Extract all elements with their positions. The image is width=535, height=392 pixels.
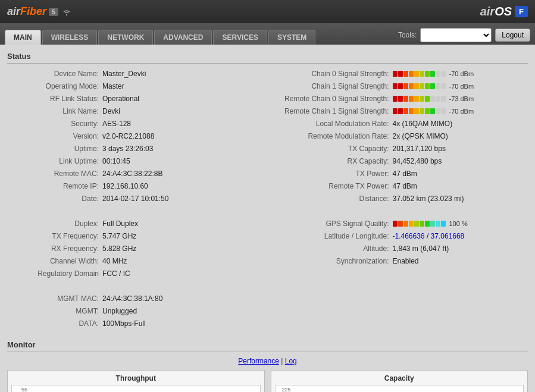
status-row: Operating Mode: Master: [7, 81, 262, 92]
signal-dbm-value: -70 dBm: [449, 83, 474, 90]
monitor-section-title: Monitor: [7, 338, 528, 352]
field-value-security: AES-128: [102, 120, 131, 128]
signal-dbm-value: -70 dBm: [449, 108, 474, 115]
field-label: TX Power:: [274, 170, 393, 178]
field-value-tx-freq: 5.747 GHz: [102, 232, 136, 240]
signal-segment: [441, 108, 446, 114]
field-label: Distance:: [274, 195, 393, 203]
signal-segment: [420, 83, 424, 89]
signal-segment: [414, 71, 419, 77]
field-label: Channel Width:: [7, 257, 102, 265]
field-value-remote-ip: 192.168.10.60: [102, 182, 148, 190]
throughput-chart-area: 55 50 45 40 35 30: [11, 385, 261, 392]
signal-segment: [420, 221, 424, 227]
status-spacer: [7, 206, 262, 217]
tools-select[interactable]: [420, 28, 492, 42]
performance-link[interactable]: Performance: [238, 357, 279, 365]
signal-segment: [441, 221, 446, 227]
signal-segment: [425, 83, 430, 89]
logout-button[interactable]: Logout: [495, 29, 530, 42]
throughput-chart: Throughput 55 50 45 40 35 30: [7, 370, 265, 392]
status-row: TX Power: 47 dBm: [274, 168, 528, 179]
tab-system[interactable]: SYSTEM: [268, 30, 315, 45]
field-value-rf-link-status: Operational: [102, 95, 139, 103]
signal-segments: [393, 96, 446, 102]
field-value-distance: 37.052 km (23.023 mi): [393, 195, 464, 203]
charts-row: Throughput 55 50 45 40 35 30: [7, 370, 528, 392]
field-label: Operating Mode:: [7, 82, 102, 90]
throughput-chart-inner: [29, 385, 260, 392]
field-value-rx-cap: 94,452,480 bps: [393, 157, 442, 165]
signal-segment: [425, 71, 430, 77]
status-spacer: [7, 281, 262, 291]
status-section-title: Status: [7, 49, 528, 64]
logo-airfiber: airFiber 5: [7, 5, 71, 18]
field-value-date: 2014-02-17 10:01:50: [102, 195, 168, 203]
signal-segment: [409, 96, 414, 102]
signal-segment: [430, 221, 435, 227]
field-value-device-name: Master_Devki: [102, 70, 146, 78]
signal-segment: [420, 108, 424, 114]
signal-bar-chain0: -70 dBm: [393, 70, 474, 77]
status-row-rem-chain0: Remote Chain 0 Signal Strength: -73 dBm: [274, 93, 528, 104]
signal-segment: [420, 71, 424, 77]
status-row: Distance: 37.052 km (23.023 mi): [274, 193, 528, 204]
status-row: Remote IP: 192.168.10.60: [7, 181, 262, 192]
status-row: Uptime: 3 days 23:26:03: [7, 143, 262, 154]
tab-wireless[interactable]: WIRELESS: [42, 30, 98, 45]
signal-segment: [430, 71, 435, 77]
signal-segment: [398, 221, 403, 227]
field-label: MGMT:: [7, 307, 102, 315]
status-row-rem-chain1: Remote Chain 1 Signal Strength: -70 dBm: [274, 106, 528, 117]
signal-segment: [414, 221, 419, 227]
field-label: Chain 0 Signal Strength:: [274, 70, 393, 78]
field-label: Remote Modulation Rate:: [274, 132, 393, 140]
field-label: Date:: [7, 195, 102, 203]
status-spacer: [274, 206, 528, 217]
signal-segment: [436, 221, 440, 227]
signal-segment: [436, 108, 440, 114]
status-row: MGMT: Unplugged: [7, 306, 262, 316]
signal-segment: [430, 108, 435, 114]
log-link[interactable]: Log: [285, 357, 297, 365]
status-row: Channel Width: 40 MHz: [7, 256, 262, 266]
field-value-link-uptime: 00:10:45: [102, 157, 130, 165]
field-label: MGMT MAC:: [7, 294, 102, 303]
f-badge: F: [515, 6, 528, 17]
gps-value: 100 %: [449, 220, 468, 227]
status-row: Device Name: Master_Devki: [7, 68, 262, 79]
signal-dbm-value: -73 dBm: [449, 95, 474, 102]
signal-segment: [414, 83, 419, 89]
signal-segments: [393, 108, 446, 114]
field-value-version: v2.0-RC2.21088: [102, 132, 154, 140]
tab-main[interactable]: MAIN: [5, 30, 41, 45]
link-separator: |: [279, 357, 285, 365]
field-label: Link Uptime:: [7, 157, 102, 165]
capacity-chart-title: Capacity: [275, 374, 524, 382]
signal-segment: [409, 108, 414, 114]
field-label: TX Capacity:: [274, 145, 393, 153]
signal-bar-chain1: -70 dBm: [393, 83, 474, 90]
monitor-section: Monitor Performance | Log Throughput 55 …: [7, 338, 528, 392]
signal-segment: [403, 83, 408, 89]
signal-segment: [398, 83, 403, 89]
y-label: 225: [277, 387, 291, 392]
field-label: Link Name:: [7, 107, 102, 115]
status-row: Security: AES-128: [7, 118, 262, 129]
field-label: Uptime:: [7, 145, 102, 153]
navbar: MAIN WIRELESS NETWORK ADVANCED SERVICES …: [0, 24, 535, 45]
status-row: MGMT MAC: 24:A4:3C:38:1A:80: [7, 293, 262, 304]
field-value-local-mod: 4x (16QAM MIMO): [393, 120, 453, 128]
tab-services[interactable]: SERVICES: [213, 30, 267, 45]
y-label: 55: [13, 387, 27, 392]
signal-segment: [393, 83, 398, 89]
header: airFiber 5 airOS F: [0, 0, 535, 24]
tab-network[interactable]: NETWORK: [98, 30, 153, 45]
signal-segment: [398, 71, 403, 77]
signal-segment: [393, 108, 398, 114]
field-label: Device Name:: [7, 70, 102, 78]
signal-segments: [393, 83, 446, 89]
field-value-data: 100Mbps-Full: [102, 319, 146, 328]
status-row: Remote TX Power: 47 dBm: [274, 181, 528, 192]
tab-advanced[interactable]: ADVANCED: [154, 30, 212, 45]
